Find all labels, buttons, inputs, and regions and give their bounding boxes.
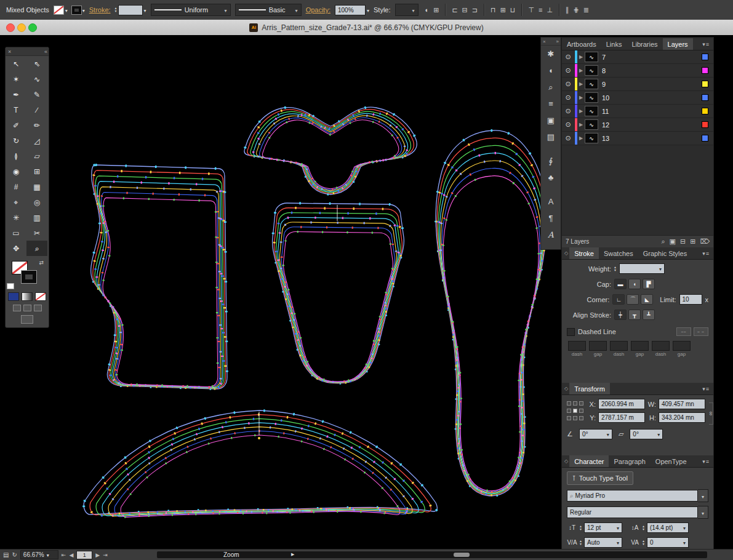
close-icon[interactable] bbox=[543, 39, 546, 44]
tracking-field[interactable]: 0 bbox=[647, 537, 689, 548]
rotate-tool[interactable]: ↻ bbox=[6, 133, 26, 148]
panel-menu-icon[interactable] bbox=[699, 247, 713, 259]
layer-selection-chip[interactable] bbox=[702, 108, 708, 114]
corner-round-button[interactable]: ⌒ bbox=[627, 294, 639, 305]
layer-name[interactable]: 7 bbox=[598, 54, 702, 61]
distribute-vertical-top-icon[interactable]: ⊤ bbox=[528, 6, 534, 14]
status-detail-arrow-icon[interactable]: ▶ bbox=[291, 552, 294, 557]
delete-layer-icon[interactable]: ⌦ bbox=[700, 238, 710, 246]
blend-tool[interactable]: ◎ bbox=[26, 194, 47, 210]
stroke-weight-field[interactable] bbox=[118, 5, 143, 15]
symbols-panel-icon[interactable]: ♣ bbox=[541, 169, 561, 186]
draw-normal-button[interactable] bbox=[13, 305, 21, 311]
piece-collar-grade-12[interactable] bbox=[259, 118, 401, 190]
paragraph-styles-panel-icon[interactable]: ¶ bbox=[541, 210, 561, 226]
piece-strip-grade-13[interactable] bbox=[121, 435, 400, 518]
make-mask-icon[interactable]: ▣ bbox=[670, 238, 676, 246]
align-horizontal-center-icon[interactable]: ⊟ bbox=[462, 6, 468, 14]
next-artboard-button[interactable]: ▶ bbox=[95, 552, 100, 558]
layer-thumbnail[interactable] bbox=[585, 79, 598, 89]
font-size-field[interactable]: 12 pt bbox=[584, 522, 622, 533]
stroke-tab-stroke[interactable]: Stroke bbox=[569, 247, 599, 259]
piece-collar-grade-8[interactable] bbox=[247, 110, 414, 194]
rotate-field[interactable]: 0° bbox=[579, 429, 612, 439]
layer-name[interactable]: 8 bbox=[598, 67, 702, 74]
zoom-level-dropdown[interactable]: 66.67% bbox=[20, 550, 58, 559]
layer-selection-chip[interactable] bbox=[702, 135, 708, 142]
shape-modes-panel-icon[interactable]: ◖ bbox=[541, 62, 561, 79]
mesh-tool[interactable]: # bbox=[6, 179, 26, 194]
font-family-combo[interactable]: ⌕Myriad Pro bbox=[567, 489, 708, 502]
layer-visibility-icon[interactable] bbox=[562, 105, 575, 118]
leading-stepper[interactable] bbox=[643, 525, 644, 531]
weight-stepper[interactable] bbox=[614, 266, 616, 272]
pencil-tool[interactable]: ✏ bbox=[26, 118, 47, 133]
swap-fill-stroke-icon[interactable] bbox=[39, 260, 44, 266]
layer-thumbnail[interactable] bbox=[585, 119, 598, 130]
distribute-horizontal-right-icon[interactable]: ≣ bbox=[583, 6, 589, 14]
align-dashes-button[interactable]: ‒ ‒ bbox=[694, 327, 708, 336]
transform-tab-transform[interactable]: Transform bbox=[569, 383, 610, 394]
distribute-vertical-center-icon[interactable]: ≡ bbox=[539, 6, 542, 14]
stroke-weight-dropdown[interactable] bbox=[115, 5, 146, 15]
reference-point[interactable] bbox=[573, 409, 577, 413]
pathfinder-panel-icon[interactable]: ✱ bbox=[541, 46, 561, 62]
appearance-panel-icon[interactable]: ≡ bbox=[541, 95, 561, 112]
minimize-button[interactable] bbox=[17, 23, 26, 32]
artboard-number-field[interactable]: 1 bbox=[76, 551, 92, 559]
panel-tab-layers[interactable]: Layers bbox=[663, 38, 693, 50]
preserve-dashes-button[interactable]: ‒‒ bbox=[676, 327, 691, 336]
font-family-field[interactable]: ⌕Myriad Pro bbox=[567, 490, 698, 502]
layer-expand-icon[interactable] bbox=[577, 108, 585, 114]
opacity-control[interactable]: 100% bbox=[335, 5, 369, 15]
panel-tab-artboards[interactable]: Artboards bbox=[562, 38, 601, 50]
reference-point[interactable] bbox=[579, 401, 583, 406]
cap-projecting-button[interactable]: ▛ bbox=[643, 279, 655, 289]
dash-field-1[interactable] bbox=[589, 341, 607, 351]
column-graph-tool[interactable]: ▥ bbox=[26, 210, 47, 225]
dash-field-0[interactable] bbox=[568, 341, 586, 351]
distribute-horizontal-center-icon[interactable]: ⋕ bbox=[574, 6, 579, 14]
symbol-options-icon[interactable]: ⊞ bbox=[433, 6, 439, 14]
align-stroke-outside-button[interactable]: ┻ bbox=[643, 310, 655, 320]
navigator-panel-icon[interactable]: ⌕ bbox=[541, 79, 561, 95]
panel-menu-icon[interactable] bbox=[699, 383, 713, 394]
brush-definition-dropdown[interactable]: Basic bbox=[235, 4, 302, 16]
gradient-tool[interactable]: ▦ bbox=[26, 179, 47, 194]
line-segment-tool[interactable]: ∕ bbox=[26, 102, 47, 118]
layer-row[interactable]: 11 bbox=[562, 105, 713, 118]
artboard-tool[interactable]: ▭ bbox=[6, 225, 26, 241]
font-style-combo[interactable]: Regular bbox=[567, 506, 708, 519]
shape-builder-tool[interactable]: ◉ bbox=[6, 164, 26, 179]
panel-tab-libraries[interactable]: Libraries bbox=[627, 38, 662, 50]
layer-expand-icon[interactable] bbox=[577, 95, 585, 100]
stroke-color-picker[interactable] bbox=[72, 6, 85, 14]
stroke-tab-graphic-styles[interactable]: Graphic Styles bbox=[638, 247, 692, 259]
layer-visibility-icon[interactable] bbox=[562, 118, 575, 131]
piece-quarter-grade-10[interactable] bbox=[97, 182, 222, 388]
type-tab-opentype[interactable]: OpenType bbox=[651, 455, 692, 467]
eyedropper-tool[interactable]: ⌖ bbox=[6, 194, 26, 210]
align-horizontal-left-icon[interactable]: ⊏ bbox=[452, 6, 457, 14]
align-stroke-center-button[interactable]: ┿ bbox=[614, 310, 627, 320]
piece-quarter-grade-12[interactable] bbox=[101, 192, 220, 387]
layer-visibility-icon[interactable] bbox=[562, 64, 575, 77]
dash-field-3[interactable] bbox=[631, 341, 649, 351]
reference-point[interactable] bbox=[567, 416, 571, 420]
reference-point[interactable] bbox=[567, 401, 571, 406]
panel-menu-icon[interactable] bbox=[699, 38, 713, 50]
opacity-panel-link[interactable]: Opacity: bbox=[306, 6, 330, 14]
slice-tool[interactable]: ✂ bbox=[26, 225, 47, 241]
align-vertical-center-icon[interactable]: ⊞ bbox=[500, 6, 506, 14]
previous-artboard-button[interactable]: ◀ bbox=[69, 552, 73, 558]
align-vertical-top-icon[interactable]: ⊓ bbox=[491, 6, 496, 14]
graphic-style-dropdown[interactable] bbox=[395, 4, 419, 16]
piece-quarter-grade-13[interactable] bbox=[103, 198, 218, 386]
panel-cycle-icon[interactable] bbox=[562, 247, 569, 259]
h-field[interactable]: 343.204 mn bbox=[659, 412, 705, 423]
type-tab-paragraph[interactable]: Paragraph bbox=[609, 455, 650, 467]
touch-type-tool-button[interactable]: ⊺ Touch Type Tool bbox=[567, 471, 633, 485]
layer-row[interactable]: 10 bbox=[562, 91, 713, 105]
type-tab-character[interactable]: Character bbox=[569, 455, 609, 467]
font-style-field[interactable]: Regular bbox=[567, 506, 698, 518]
